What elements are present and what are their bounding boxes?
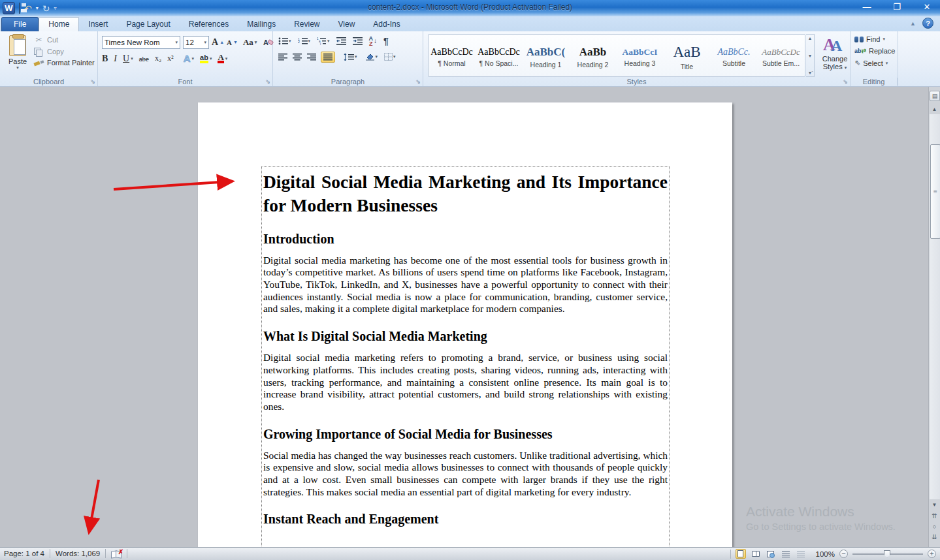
style-normal[interactable]: AaBbCcDc ¶ Normal bbox=[429, 35, 476, 76]
bullets-button[interactable]: ▾ bbox=[278, 37, 291, 45]
style-title[interactable]: AaB Title bbox=[664, 35, 711, 76]
borders-button[interactable]: ▾ bbox=[384, 53, 396, 61]
tab-view[interactable]: View bbox=[329, 18, 365, 31]
zoom-out-button[interactable]: − bbox=[839, 550, 848, 558]
tab-page-layout[interactable]: Page Layout bbox=[117, 18, 179, 31]
italic-button[interactable]: I bbox=[114, 54, 117, 64]
tab-home[interactable]: Home bbox=[39, 17, 79, 31]
zoom-level[interactable]: 100% bbox=[816, 550, 835, 558]
numbering-button[interactable]: 12 ▾ bbox=[298, 37, 311, 45]
page-indicator[interactable]: Page: 1 of 4 bbox=[4, 550, 44, 557]
style-heading-2[interactable]: AaBb Heading 2 bbox=[570, 35, 617, 76]
shading-button[interactable]: ▾ bbox=[365, 53, 378, 61]
text-effects-dropdown-icon[interactable]: ▾ bbox=[192, 56, 195, 61]
strikethrough-button[interactable]: abe bbox=[139, 55, 149, 63]
font-color-dropdown-icon[interactable]: ▾ bbox=[225, 56, 228, 61]
document-title[interactable]: Digital Social Media Marketing and Its I… bbox=[263, 170, 668, 218]
print-layout-view-button[interactable] bbox=[736, 549, 746, 559]
font-family-select[interactable]: Times New Rom ▾ bbox=[102, 36, 180, 49]
section-heading[interactable]: Introduction bbox=[263, 232, 668, 247]
restore-button[interactable]: ❐ bbox=[889, 2, 905, 12]
browse-object-icon[interactable]: ○ bbox=[929, 523, 940, 530]
minimize-button[interactable]: — bbox=[859, 2, 875, 12]
section-heading[interactable]: What Is Digital Social Media Marketing bbox=[263, 329, 668, 344]
underline-dropdown-icon[interactable]: ▾ bbox=[131, 56, 133, 61]
paste-button[interactable]: Paste ▾ bbox=[4, 34, 31, 77]
highlight-dropdown-icon[interactable]: ▾ bbox=[210, 56, 212, 61]
style-subtle-emphasis[interactable]: AaBbCcDc Subtle Em... bbox=[758, 35, 805, 76]
tab-mailings[interactable]: Mailings bbox=[238, 18, 285, 31]
font-dialog-launcher-icon[interactable]: ⇘ bbox=[265, 78, 270, 85]
clipboard-dialog-launcher-icon[interactable]: ⇘ bbox=[90, 78, 95, 85]
gallery-more-icon[interactable]: ▼̄ bbox=[808, 70, 813, 75]
align-left-button[interactable] bbox=[278, 54, 287, 61]
sort-button[interactable]: AZ ↓ bbox=[369, 36, 378, 46]
style-heading-1[interactable]: AaBbC( Heading 1 bbox=[523, 35, 570, 76]
change-case-button[interactable]: Aa▾ bbox=[243, 37, 257, 48]
copy-button[interactable]: Copy bbox=[34, 48, 95, 55]
tab-review[interactable]: Review bbox=[285, 18, 329, 31]
tab-references[interactable]: References bbox=[180, 18, 238, 31]
style-no-spacing[interactable]: AaBbCcDc ¶ No Spaci... bbox=[476, 35, 523, 76]
scrollbar-thumb[interactable] bbox=[930, 144, 940, 239]
format-painter-button[interactable]: Format Painter bbox=[34, 59, 95, 67]
web-layout-button[interactable] bbox=[766, 549, 776, 559]
paste-dropdown-icon[interactable]: ▾ bbox=[4, 65, 31, 70]
style-heading-3[interactable]: AaBbCcI Heading 3 bbox=[617, 35, 664, 76]
help-button[interactable]: ? bbox=[922, 18, 933, 29]
styles-dialog-launcher-icon[interactable]: ⇘ bbox=[843, 78, 848, 85]
scroll-down-icon[interactable]: ▼ bbox=[929, 502, 940, 508]
change-styles-button[interactable]: AA Change Styles ▾ bbox=[820, 34, 849, 77]
scroll-up-icon[interactable]: ▲ bbox=[929, 106, 940, 112]
ribbon-collapse-icon[interactable]: ▲ bbox=[910, 20, 916, 27]
section-body[interactable]: Digital social media marketing refers to… bbox=[263, 352, 668, 413]
tab-insert[interactable]: Insert bbox=[79, 18, 117, 31]
close-button[interactable]: ✕ bbox=[919, 2, 935, 12]
line-spacing-button[interactable]: ▾ bbox=[344, 54, 357, 61]
font-size-select[interactable]: 12 ▾ bbox=[183, 36, 209, 49]
tab-file[interactable]: File bbox=[1, 17, 39, 31]
zoom-slider-thumb[interactable] bbox=[884, 550, 890, 558]
draft-view-button[interactable] bbox=[796, 549, 806, 559]
section-heading[interactable]: Growing Importance of Social Media for B… bbox=[263, 427, 668, 442]
shrink-font-button[interactable]: A▼ bbox=[227, 39, 238, 46]
select-button[interactable]: ⇖ Select▾ bbox=[854, 59, 895, 67]
gallery-scroll-down-icon[interactable]: ▼ bbox=[808, 54, 813, 58]
find-button[interactable]: Find▾ bbox=[854, 35, 895, 43]
replace-button[interactable]: ab⇄ Replace bbox=[854, 47, 895, 55]
align-right-button[interactable] bbox=[307, 54, 316, 61]
vertical-scrollbar[interactable]: ▤ ▲ ▼ ⇈ ○ ⇊ bbox=[928, 87, 940, 547]
superscript-button[interactable]: x² bbox=[167, 54, 174, 63]
zoom-in-button[interactable]: + bbox=[928, 550, 936, 558]
gallery-scroll-up-icon[interactable]: ▲ bbox=[808, 36, 813, 40]
zoom-slider[interactable] bbox=[852, 553, 923, 555]
scrollbar-track[interactable] bbox=[930, 114, 940, 499]
full-screen-reading-button[interactable] bbox=[751, 549, 761, 559]
multilevel-list-button[interactable]: 1ai ▾ bbox=[317, 37, 330, 45]
document-page[interactable]: Digital Social Media Marketing and Its I… bbox=[198, 102, 732, 547]
decrease-indent-button[interactable] bbox=[336, 37, 346, 45]
section-body[interactable]: Social media has changed the way busines… bbox=[263, 450, 668, 499]
underline-button[interactable]: U bbox=[123, 54, 129, 64]
show-hide-marks-button[interactable]: ¶ bbox=[383, 36, 389, 46]
section-heading[interactable]: Instant Reach and Engagement bbox=[263, 512, 668, 527]
style-subtitle[interactable]: AaBbCc. Subtitle bbox=[711, 35, 758, 76]
align-center-button[interactable] bbox=[293, 54, 302, 61]
next-page-icon[interactable]: ⇊ bbox=[929, 533, 940, 540]
grow-font-button[interactable]: A▲ bbox=[212, 37, 224, 48]
proofing-errors-icon[interactable]: ✗ bbox=[111, 550, 122, 558]
clear-formatting-button[interactable]: A bbox=[263, 38, 274, 47]
increase-indent-button[interactable] bbox=[353, 37, 363, 45]
highlight-button[interactable]: ab bbox=[200, 54, 208, 63]
ruler-toggle-button[interactable]: ▤ bbox=[930, 91, 940, 101]
section-body[interactable]: Digital social media marketing has becom… bbox=[263, 255, 668, 316]
bold-button[interactable]: B bbox=[102, 54, 108, 64]
paragraph-dialog-launcher-icon[interactable]: ⇘ bbox=[415, 78, 421, 85]
outline-view-button[interactable] bbox=[781, 549, 791, 559]
justify-button[interactable] bbox=[321, 52, 335, 63]
text-effects-button[interactable]: A bbox=[184, 53, 191, 64]
subscript-button[interactable]: x₂ bbox=[155, 54, 161, 63]
cut-button[interactable]: ✂ Cut bbox=[34, 35, 95, 44]
tab-add-ins[interactable]: Add-Ins bbox=[364, 18, 409, 31]
previous-page-icon[interactable]: ⇈ bbox=[929, 512, 940, 520]
